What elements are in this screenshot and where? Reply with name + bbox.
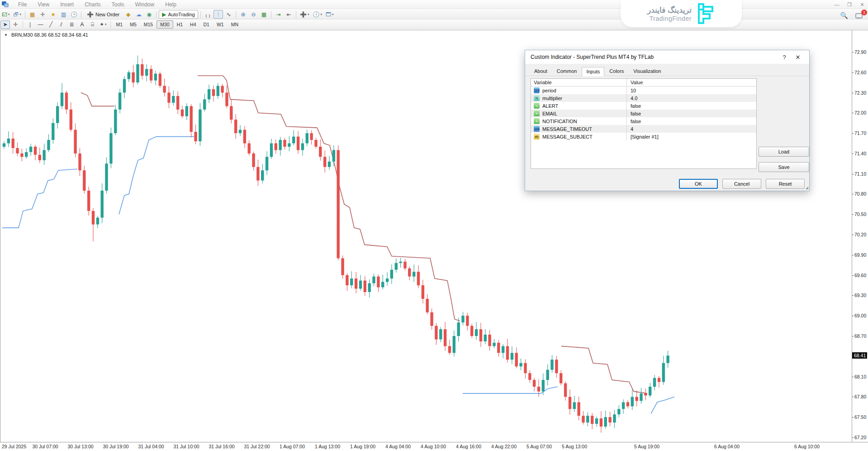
market-watch-button[interactable]: ▦ (28, 10, 37, 19)
bar-chart-button[interactable]: ╷╷ (203, 10, 213, 19)
menu-tools[interactable]: Tools (106, 0, 130, 9)
indicators-button[interactable]: ➕▾ (299, 10, 311, 19)
depth-of-market-button[interactable]: ◆ (123, 10, 133, 19)
zoom-in-button[interactable]: ⊕ (238, 10, 248, 19)
horizontal-line-button[interactable]: — (36, 20, 45, 29)
table-row[interactable]: ½multiplier4.0 (531, 94, 756, 102)
reset-button[interactable]: Reset (766, 179, 805, 189)
zoom-out-icon: ⊖ (251, 12, 256, 17)
menu-file[interactable]: File (13, 0, 32, 9)
templates-button[interactable]: 🗔▾ (324, 10, 335, 19)
new-chart-button[interactable]: 🗠▾ (0, 10, 11, 19)
timeframe-h4[interactable]: H4 (186, 20, 199, 29)
table-row[interactable]: ⌁ALERTfalse (531, 102, 756, 110)
zoom-out-button[interactable]: ⊖ (249, 10, 258, 19)
line-chart-button[interactable]: ∿ (224, 10, 233, 19)
table-row[interactable]: ⌁NOTIFICATIONfalse (531, 117, 756, 125)
timeframe-m1[interactable]: M1 (113, 20, 127, 29)
table-row[interactable]: ⌁EMAILfalse (531, 110, 756, 117)
chevron-down-icon[interactable]: ▾ (8, 13, 10, 16)
templates-icon: 🗔 (326, 12, 331, 17)
chevron-down-icon[interactable]: ▾ (105, 23, 107, 26)
new-order-button[interactable]: ➕New Order (84, 10, 123, 19)
periods-button[interactable]: 🕓▾ (311, 10, 323, 19)
load-button[interactable]: Load (759, 147, 809, 157)
autotrading-button[interactable]: ▶AutoTrading (159, 10, 198, 19)
vertical-line-button[interactable]: | (25, 20, 35, 29)
chevron-down-icon[interactable]: ▾ (320, 13, 322, 16)
chevron-down-icon[interactable]: ▾ (20, 13, 22, 16)
crosshair-button[interactable]: ✛ (11, 20, 20, 29)
timeframe-d1[interactable]: D1 (200, 20, 213, 29)
dialog-close-button[interactable]: ✕ (791, 54, 805, 61)
timeframe-w1[interactable]: W1 (213, 20, 228, 29)
variable-value[interactable]: false (627, 111, 756, 116)
menu-insert[interactable]: Insert (55, 0, 79, 9)
cursor-button[interactable]: ➤ (0, 20, 10, 29)
auto-scroll-button[interactable]: ⇥ (274, 10, 283, 19)
timeframe-m15[interactable]: M15 (140, 20, 157, 29)
time-axis[interactable]: 29 Jul 202530 Jul 07:0030 Jul 13:0030 Ju… (0, 442, 868, 451)
candlestick-button[interactable]: 🕯 (213, 10, 223, 19)
tab-visualization[interactable]: Visualization (629, 67, 666, 76)
timeframe-mn[interactable]: MN (228, 20, 242, 29)
chat-icon[interactable]: 1 (855, 12, 864, 19)
tab-about[interactable]: About (530, 67, 552, 76)
column-header-value[interactable]: Value (627, 80, 756, 85)
menu-window[interactable]: Window (130, 0, 160, 9)
shapes-button[interactable]: ✦▾ (98, 20, 108, 29)
profiles-button[interactable]: 🗗▾ (12, 10, 23, 19)
navigator-button[interactable]: ✛ (38, 10, 47, 19)
favorites-button[interactable]: ★ (48, 10, 58, 19)
window-controls: — ❐ ✕ (834, 2, 865, 8)
inputs-table[interactable]: VariableValue123period10½multiplier4.0⌁A… (531, 78, 757, 169)
variable-value[interactable]: 10 (627, 88, 756, 93)
save-button[interactable]: Save (759, 162, 809, 172)
timeframe-m30[interactable]: M30 (157, 20, 173, 29)
table-row[interactable]: abMESSAGE_SUBJECT[Signaler #1] (531, 133, 756, 140)
chevron-down-icon[interactable]: ▾ (332, 13, 334, 16)
strategy-tester-button[interactable]: 🕒 (69, 10, 79, 19)
price-axis[interactable]: 68.41 72.9072.6072.3072.0071.7071.4071.1… (852, 30, 868, 442)
minimize-button[interactable]: — (834, 2, 840, 8)
tab-inputs[interactable]: Inputs (582, 67, 604, 76)
channel-button[interactable]: ⫽ (57, 20, 66, 29)
variable-value[interactable]: false (627, 119, 756, 124)
close-button[interactable]: ✕ (859, 2, 865, 8)
candlestick-icon: 🕯 (218, 12, 219, 17)
timeframe-m5[interactable]: M5 (126, 20, 140, 29)
symbol-dropdown-icon[interactable]: ▼ (4, 33, 8, 37)
chart-shift-button[interactable]: ⇤ (284, 10, 294, 19)
search-icon[interactable]: 🔍 (840, 12, 848, 19)
table-row[interactable]: 123period10 (531, 86, 756, 94)
text-label-button[interactable]: ⌸ (88, 20, 97, 29)
variable-value[interactable]: false (627, 103, 756, 109)
variable-value[interactable]: 4.0 (627, 96, 756, 101)
tile-windows-button[interactable]: ▦ (259, 10, 269, 19)
mql5-community-button[interactable]: ☁ (134, 10, 143, 19)
fibonacci-icon: ≣ (69, 22, 74, 27)
trendline-button[interactable]: ╱ (46, 20, 56, 29)
timeframe-h1[interactable]: H1 (173, 20, 186, 29)
chevron-down-icon[interactable]: ▾ (308, 13, 309, 16)
dialog-title-bar[interactable]: Custom Indicator - SuperTrend Plus MT4 b… (525, 50, 809, 64)
dialog-resize-grip[interactable]: ◢ (806, 186, 808, 190)
time-tick-label: 31 Jul 16:00 (209, 444, 234, 449)
web-terminal-button[interactable]: ◉ (144, 10, 154, 19)
variable-value[interactable]: [Signaler #1] (627, 134, 756, 139)
menu-view[interactable]: View (32, 0, 55, 9)
ok-button[interactable]: OK (679, 179, 718, 189)
text-button[interactable]: A (77, 20, 87, 29)
column-header-variable[interactable]: Variable (531, 79, 627, 86)
restore-button[interactable]: ❐ (846, 2, 853, 8)
fibonacci-button[interactable]: ≣ (67, 20, 76, 29)
tab-common[interactable]: Common (552, 67, 582, 76)
cancel-button[interactable]: Cancel (722, 179, 761, 189)
dialog-help-button[interactable]: ? (778, 54, 791, 61)
tab-colors[interactable]: Colors (605, 67, 628, 76)
variable-value[interactable]: 4 (627, 126, 756, 132)
data-window-button[interactable]: ▥ (59, 10, 68, 19)
menu-charts[interactable]: Charts (79, 0, 106, 9)
menu-help[interactable]: Help (160, 0, 182, 9)
table-row[interactable]: 123MESSAGE_TIMEOUT4 (531, 125, 756, 133)
